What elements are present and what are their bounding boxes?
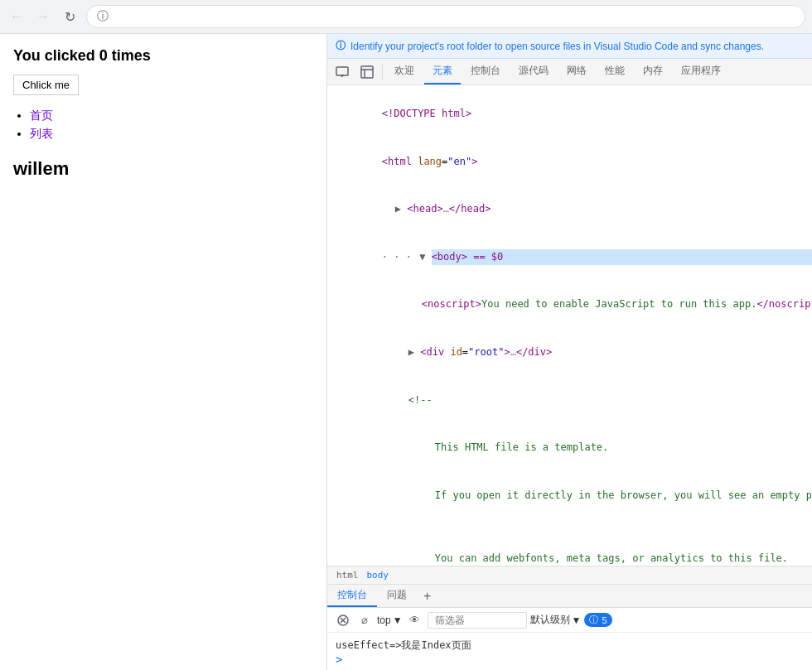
info-icon: ⓘ xyxy=(97,9,109,24)
tab-network[interactable]: 网络 xyxy=(558,59,595,84)
dom-breadcrumb: html body xyxy=(327,566,812,585)
browser-toolbar: ← → ↻ ⓘ localhost:3000 xyxy=(0,0,812,33)
breadcrumb-body[interactable]: body xyxy=(365,569,392,581)
console-output: useEffect=>我是Index页面 > xyxy=(327,633,812,670)
tab-application[interactable]: 应用程序 xyxy=(673,59,729,84)
name-display: willem xyxy=(13,158,313,180)
list-item: 首页 xyxy=(30,108,313,123)
tab-console-bottom[interactable]: 控制台 xyxy=(327,585,377,607)
tab-console[interactable]: 控制台 xyxy=(462,59,509,84)
dom-line-comment-3: You can add webfonts, meta tags, or anal… xyxy=(334,535,805,566)
eye-button[interactable]: 👁 xyxy=(406,611,424,629)
webpage-panel: You clicked 0 times Chlick me 首页 列表 will… xyxy=(0,34,327,670)
console-prompt[interactable]: > xyxy=(336,653,804,666)
console-toolbar: ⌀ top ▼ 👁 默认级别 ▼ ⓘ 5 xyxy=(327,608,812,633)
add-tab-button[interactable]: + xyxy=(417,586,437,607)
devtools-info-bar: ⓘ Identify your project's root folder to… xyxy=(327,34,812,59)
tab-performance[interactable]: 性能 xyxy=(597,59,633,84)
screencast-icon[interactable] xyxy=(331,60,354,84)
message-count-badge: ⓘ 5 xyxy=(584,613,611,627)
log-level-dropdown[interactable]: 默认级别 ▼ xyxy=(530,613,582,627)
devtools-panel: ⓘ Identify your project's root folder to… xyxy=(327,34,812,670)
tab-welcome[interactable]: 欢迎 xyxy=(386,59,423,84)
dom-line-div-root[interactable]: ▶ <div id="root">…</div> xyxy=(334,329,805,377)
nav-link-home[interactable]: 首页 xyxy=(30,108,53,122)
tab-memory[interactable]: 内存 xyxy=(635,59,671,84)
dom-line-comment-open: <!-- xyxy=(334,376,805,424)
list-item: 列表 xyxy=(30,127,313,142)
tab-separator xyxy=(382,64,383,80)
dom-line-comment-1: This HTML file is a template. xyxy=(334,424,805,472)
nav-link-list[interactable]: 列表 xyxy=(30,127,53,140)
badge-icon: ⓘ xyxy=(589,614,598,626)
clear-console-button[interactable] xyxy=(334,611,352,629)
context-label: top xyxy=(377,615,391,626)
level-arrow: ▼ xyxy=(572,615,582,626)
dom-line-doctype: <!DOCTYPE html> xyxy=(334,90,805,138)
svg-rect-0 xyxy=(336,67,348,75)
breadcrumb-html[interactable]: html xyxy=(334,569,361,581)
level-label: 默认级别 xyxy=(530,613,570,627)
devtools-top-tabs: 欢迎 元素 控制台 源代码 网络 性能 内存 应用程序 xyxy=(327,59,812,85)
forward-button[interactable]: → xyxy=(33,7,53,27)
dom-line-noscript: <noscript>You need to enable JavaScript … xyxy=(334,281,805,329)
console-log-entry: useEffect=>我是Index页面 xyxy=(336,638,804,653)
dom-line-comment-2: If you open it directly in the browser, … xyxy=(334,472,805,520)
dom-line-head[interactable]: ▶ <head>…</head> xyxy=(334,186,805,234)
address-bar: ⓘ localhost:3000 xyxy=(86,5,805,28)
info-circle-icon: ⓘ xyxy=(336,39,346,53)
dom-line-dots: · · · ▼ <body> == $0 xyxy=(334,234,805,282)
main-layout: You clicked 0 times Chlick me 首页 列表 will… xyxy=(0,34,812,670)
back-button[interactable]: ← xyxy=(7,7,27,27)
browser-chrome: ← → ↻ ⓘ localhost:3000 xyxy=(0,0,812,34)
tab-issues-bottom[interactable]: 问题 xyxy=(377,585,417,607)
click-counter-title: You clicked 0 times xyxy=(13,47,313,65)
devtools-bottom: html body 控制台 问题 + ⌀ top ▼ 👁 xyxy=(327,566,812,670)
url-input[interactable]: localhost:3000 xyxy=(114,11,795,23)
filter-button[interactable]: ⌀ xyxy=(355,611,374,629)
click-button[interactable]: Chlick me xyxy=(13,75,79,95)
dom-tree: <!DOCTYPE html> <html lang="en"> ▶ <head… xyxy=(327,85,812,566)
dom-line-blank xyxy=(334,519,805,535)
info-bar-text: Identify your project's root folder to o… xyxy=(350,41,764,52)
inspect-icon[interactable] xyxy=(355,60,379,84)
context-dropdown[interactable]: top ▼ xyxy=(377,615,403,626)
refresh-button[interactable]: ↻ xyxy=(60,7,80,27)
console-filter-input[interactable] xyxy=(428,612,527,629)
dom-line-html[interactable]: <html lang="en"> xyxy=(334,138,805,186)
context-arrow: ▼ xyxy=(393,615,403,626)
console-tabs: 控制台 问题 + xyxy=(327,585,812,608)
tab-sources[interactable]: 源代码 xyxy=(510,59,557,84)
svg-rect-3 xyxy=(361,66,373,78)
nav-list: 首页 列表 xyxy=(13,108,313,142)
tab-elements[interactable]: 元素 xyxy=(424,59,461,84)
badge-count: 5 xyxy=(602,615,607,625)
